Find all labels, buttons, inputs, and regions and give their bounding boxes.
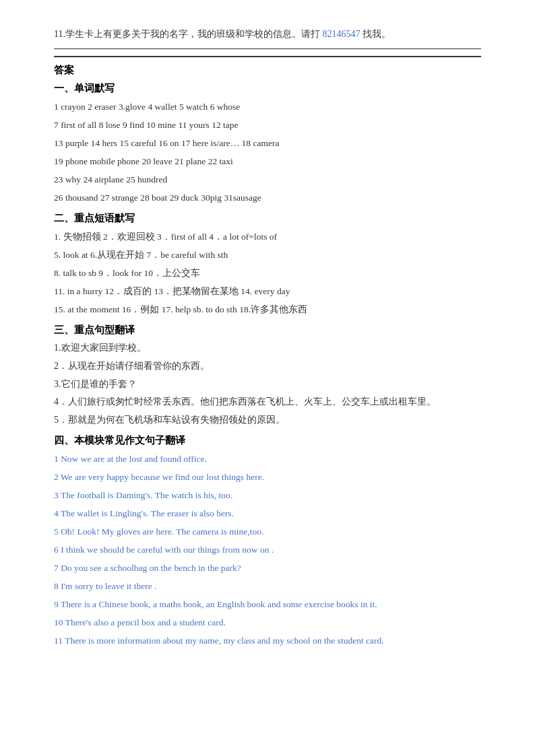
section1-row4: 19 phone mobile phone 20 leave 21 plane …	[54, 152, 481, 170]
section2-row1: 1. 失物招领 2．欢迎回校 3．first of all 4．a lot of…	[54, 228, 481, 246]
section4-row5: 5 Oh! Look! My gloves are here. The came…	[54, 522, 481, 541]
top-text-after: 找我。	[360, 29, 391, 39]
section3-row4: 4．人们旅行或匆忙时经常丢东西。他们把东西落在飞机上、火车上、公交车上或出租车里…	[54, 393, 481, 411]
section2-row2: 5. look at 6.从现在开始 7．be careful with sth	[54, 246, 481, 264]
section3-title: 三、重点句型翻译	[54, 324, 481, 337]
top-highlight: 82146547	[322, 29, 360, 39]
section3-row5: 5．那就是为何在飞机场和车站设有失物招领处的原因。	[54, 411, 481, 429]
section4-row11: 11 There is more information about my na…	[54, 631, 481, 650]
section1-title: 一、单词默写	[54, 82, 481, 95]
section1-row1: 1 crayon 2 eraser 3.glove 4 wallet 5 wat…	[54, 98, 481, 116]
section2-row4: 11. in a hurry 12．成百的 13．把某物留在某地 14. eve…	[54, 282, 481, 300]
section1-row2: 7 first of all 8 lose 9 find 10 mine 11 …	[54, 116, 481, 134]
section4-row4: 4 The wallet is Lingling's. The eraser i…	[54, 504, 481, 522]
section4-row10: 10 There's also a pencil box and a stude…	[54, 613, 481, 631]
top-paragraph: 11.学生卡上有更多关于我的名字，我的班级和学校的信息。请打 82146547 …	[54, 27, 481, 42]
section3-content: 1.欢迎大家回到学校。 2．从现在开始请仔细看管你的东西。 3.它们是谁的手套？…	[54, 339, 481, 429]
section3-row3: 3.它们是谁的手套？	[54, 376, 481, 394]
answer-label: 答案	[54, 64, 481, 77]
section3-row1: 1.欢迎大家回到学校。	[54, 339, 481, 357]
section4-row7: 7 Do you see a schoolbag on the bench in…	[54, 559, 481, 577]
section2-row3: 8. talk to sb 9．look for 10．上公交车	[54, 264, 481, 282]
section4-row9: 9 There is a Chinese book, a maths book,…	[54, 595, 481, 613]
section2-row5: 15. at the moment 16．例如 17. help sb. to …	[54, 300, 481, 318]
section4-title: 四、本模块常见作文句子翻译	[54, 434, 481, 447]
section4-row2: 2 We are very happy because we find our …	[54, 468, 481, 486]
divider-top	[54, 48, 481, 49]
section4-row6: 6 I think we should be careful with our …	[54, 541, 481, 559]
section2-title: 二、重点短语默写	[54, 212, 481, 225]
section3-row2: 2．从现在开始请仔细看管你的东西。	[54, 357, 481, 376]
section1-row5: 23 why 24 airplane 25 hundred	[54, 170, 481, 188]
top-text-before: 11.学生卡上有更多关于我的名字，我的班级和学校的信息。请打	[54, 29, 322, 39]
section4-row8: 8 I'm sorry to leave it there .	[54, 577, 481, 595]
section1-row3: 13 purple 14 hers 15 careful 16 on 17 he…	[54, 134, 481, 152]
section4-content: 1 Now we are at the lost and found offic…	[54, 450, 481, 650]
divider-thick	[54, 56, 481, 57]
section4-row3: 3 The football is Daming's. The watch is…	[54, 486, 481, 504]
section4-row1: 1 Now we are at the lost and found offic…	[54, 450, 481, 468]
section1-row6: 26 thousand 27 strange 28 boat 29 duck 3…	[54, 188, 481, 207]
